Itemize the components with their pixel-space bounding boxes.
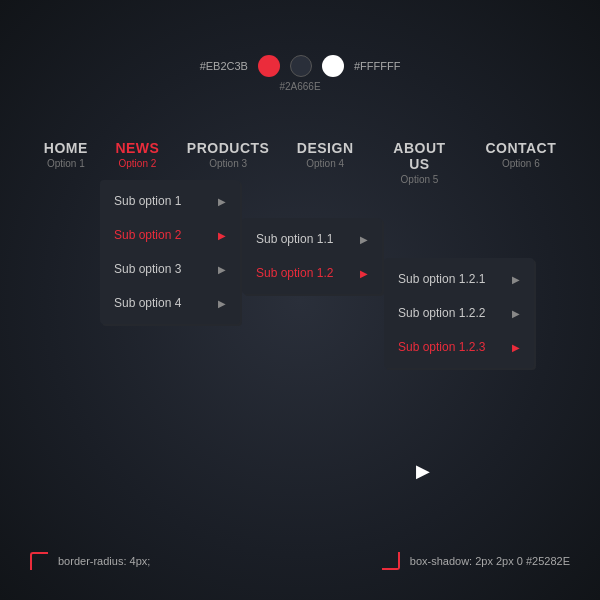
nav-sub-home: Option 1 xyxy=(47,158,85,169)
menu-item-sub4-label: Sub option 4 xyxy=(114,296,181,310)
menu-item-sub122-label: Sub option 1.2.2 xyxy=(398,306,485,320)
bottom-labels: border-radius: 4px; box-shadow: 2px 2px … xyxy=(0,552,600,570)
menu-item-sub123-label: Sub option 1.2.3 xyxy=(398,340,485,354)
nav-main-home: HOME xyxy=(44,140,88,156)
menu-item-sub3[interactable]: Sub option 3 ▶ xyxy=(100,252,240,286)
nav-wrapper: HOME Option 1 NEWS Option 2 PRODUCTS Opt… xyxy=(0,132,600,193)
nav-main-products: PRODUCTS xyxy=(187,140,270,156)
nav-main-news: NEWS xyxy=(115,140,159,156)
box-shadow-text: box-shadow: 2px 2px 0 #25282E xyxy=(410,555,570,567)
dark-dot xyxy=(290,55,312,77)
arrow-sub122: ▶ xyxy=(512,308,520,319)
menu-item-sub11-label: Sub option 1.1 xyxy=(256,232,333,246)
nav-sub-design: Option 4 xyxy=(306,158,344,169)
nav-item-news[interactable]: NEWS Option 2 xyxy=(102,132,174,177)
nav-item-contact[interactable]: CONTACT Option 6 xyxy=(472,132,570,177)
menu-item-sub12[interactable]: Sub option 1.2 ▶ xyxy=(242,256,382,290)
menu-item-sub2-label: Sub option 2 xyxy=(114,228,181,242)
nav-sub-contact: Option 6 xyxy=(502,158,540,169)
nav-item-home[interactable]: HOME Option 1 xyxy=(30,132,102,177)
arrow-sub121: ▶ xyxy=(512,274,520,285)
menu-item-sub1[interactable]: Sub option 1 ▶ xyxy=(100,184,240,218)
mid-hex-label: #2A666E xyxy=(0,81,600,92)
box-shadow-label: box-shadow: 2px 2px 0 #25282E xyxy=(382,552,570,570)
menu-item-sub121-label: Sub option 1.2.1 xyxy=(398,272,485,286)
menu-item-sub123[interactable]: Sub option 1.2.3 ▶ xyxy=(384,330,534,364)
cursor-icon: ▶ xyxy=(416,460,430,482)
arrow-sub3: ▶ xyxy=(218,264,226,275)
white-hex-label: #FFFFFF xyxy=(354,60,400,72)
menu-item-sub3-label: Sub option 3 xyxy=(114,262,181,276)
palette-section: #EB2C3B #FFFFFF xyxy=(0,0,600,77)
dropdown-level2: Sub option 1.1 ▶ Sub option 1.2 ▶ xyxy=(242,218,382,294)
corner-br-icon xyxy=(382,552,400,570)
dropdown-level3: Sub option 1.2.1 ▶ Sub option 1.2.2 ▶ Su… xyxy=(384,258,534,368)
menu-item-sub121[interactable]: Sub option 1.2.1 ▶ xyxy=(384,262,534,296)
red-hex-label: #EB2C3B xyxy=(200,60,248,72)
menu-item-sub2[interactable]: Sub option 2 ▶ xyxy=(100,218,240,252)
border-radius-label: border-radius: 4px; xyxy=(30,552,150,570)
red-dot xyxy=(258,55,280,77)
dropdown-container: Sub option 1 ▶ Sub option 2 ▶ Sub option… xyxy=(100,180,536,368)
arrow-sub11: ▶ xyxy=(360,234,368,245)
corner-tl-icon xyxy=(30,552,48,570)
arrow-sub12: ▶ xyxy=(360,268,368,279)
arrow-sub123: ▶ xyxy=(512,342,520,353)
menu-item-sub11[interactable]: Sub option 1.1 ▶ xyxy=(242,222,382,256)
nav-item-design[interactable]: DESIGN Option 4 xyxy=(283,132,367,177)
border-radius-text: border-radius: 4px; xyxy=(58,555,150,567)
dropdown-level1: Sub option 1 ▶ Sub option 2 ▶ Sub option… xyxy=(100,180,240,324)
menu-item-sub12-label: Sub option 1.2 xyxy=(256,266,333,280)
arrow-sub2: ▶ xyxy=(218,230,226,241)
white-dot xyxy=(322,55,344,77)
menu-item-sub4[interactable]: Sub option 4 ▶ xyxy=(100,286,240,320)
nav-main-contact: CONTACT xyxy=(485,140,556,156)
arrow-sub1: ▶ xyxy=(218,196,226,207)
nav-main-design: DESIGN xyxy=(297,140,354,156)
menu-item-sub1-label: Sub option 1 xyxy=(114,194,181,208)
nav-sub-products: Option 3 xyxy=(209,158,247,169)
arrow-sub4: ▶ xyxy=(218,298,226,309)
menu-item-sub122[interactable]: Sub option 1.2.2 ▶ xyxy=(384,296,534,330)
nav-main-about: ABOUT US xyxy=(381,140,457,172)
nav-sub-news: Option 2 xyxy=(119,158,157,169)
nav-item-products[interactable]: PRODUCTS Option 3 xyxy=(173,132,283,177)
